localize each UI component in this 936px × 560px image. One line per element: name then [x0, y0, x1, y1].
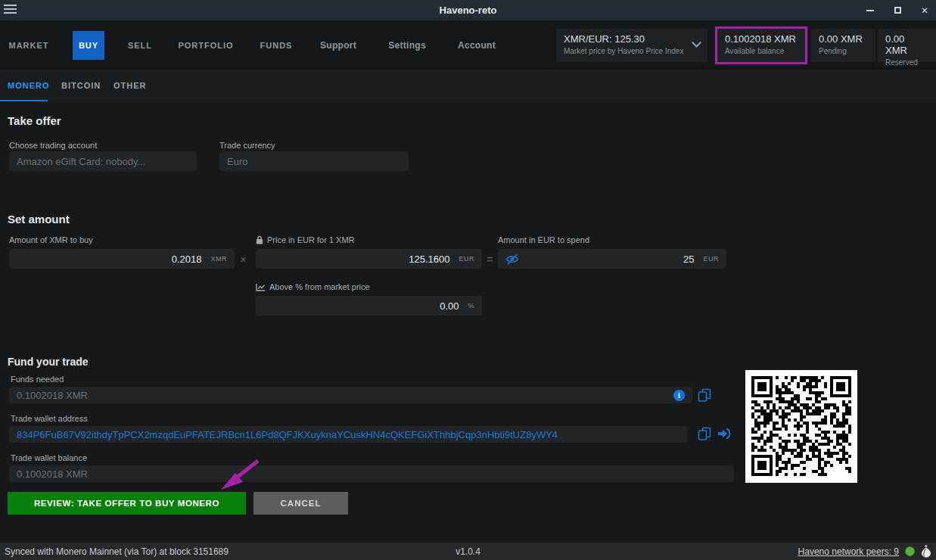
nav-item-settings[interactable]: Settings — [386, 20, 428, 70]
reserved-balance-value: 0.00 XMR — [885, 33, 928, 56]
market-price-source: Market price by Haveno Price Index — [564, 47, 700, 55]
trade-currency-value: Euro — [227, 156, 247, 167]
amount-label: Amount of XMR to buy — [9, 235, 93, 244]
available-balance-highlight: 0.1002018 XMR Available balance — [715, 26, 807, 64]
minimize-icon — [866, 10, 874, 11]
tab-other[interactable]: OTHER — [114, 70, 147, 101]
spend-label: Amount in EUR to spend — [498, 235, 589, 244]
currency-tabs: MONERO BITCOIN OTHER — [0, 70, 936, 101]
trading-account-select[interactable]: Amazon eGift Card: nobody... — [9, 151, 197, 171]
nav-item-funds[interactable]: FUNDS — [257, 20, 295, 70]
set-amount-heading: Set amount — [8, 213, 70, 226]
deviation-label: Above % from market price — [256, 282, 370, 291]
trend-icon — [256, 283, 266, 291]
funds-needed-field: 0.1002018 XMR i — [9, 387, 692, 403]
maximize-button[interactable] — [892, 5, 903, 16]
market-price-selector[interactable]: XMR/EUR: 125.30 Market price by Haveno P… — [556, 29, 707, 62]
available-balance-label: Available balance — [725, 47, 798, 55]
status-bar: Synced with Monero Mainnet (via Tor) at … — [0, 543, 936, 560]
deposit-icon[interactable] — [717, 428, 731, 440]
network-status-group: Haveno network peers: 9 — [798, 545, 931, 558]
nav-item-portfolio[interactable]: PORTFOLIO — [181, 20, 231, 70]
pending-balance-box: 0.00 XMR Pending — [811, 29, 875, 62]
tab-bitcoin[interactable]: BITCOIN — [61, 70, 101, 101]
pending-balance-label: Pending — [819, 47, 868, 55]
fund-trade-heading: Fund your trade — [8, 356, 89, 368]
haveno-app-window: Haveno-reto ✕ MARKET BUY SELL PORTFOLIO … — [0, 0, 936, 560]
eye-slash-icon[interactable] — [505, 254, 520, 265]
price-suffix: EUR — [459, 255, 474, 263]
onion-icon — [921, 545, 931, 558]
spend-input[interactable]: 25 EUR — [498, 249, 726, 269]
minimize-button[interactable] — [865, 5, 875, 16]
app-version: v1.0.4 — [0, 546, 936, 557]
reserved-balance-box: 0.00 XMR Reserved — [878, 29, 936, 62]
window-controls: ✕ — [865, 0, 930, 20]
deviation-suffix: % — [468, 302, 474, 310]
active-tab-underline — [0, 100, 48, 101]
trade-currency-label: Trade currency — [219, 141, 275, 150]
annotation-arrow-icon — [215, 456, 263, 495]
nav-item-sell[interactable]: SELL — [123, 20, 157, 70]
spend-suffix: EUR — [703, 255, 719, 263]
amount-value: 0.2018 — [172, 254, 202, 265]
cancel-button[interactable]: CANCEL — [253, 492, 348, 515]
main-nav: MARKET BUY SELL PORTFOLIO FUNDS Support … — [0, 20, 936, 70]
wallet-balance-field: 0.1002018 XMR — [9, 465, 734, 482]
multiply-operator: × — [240, 253, 247, 266]
deviation-value: 0.00 — [440, 300, 459, 312]
take-offer-heading: Take offer — [8, 114, 61, 127]
maximize-icon — [894, 7, 901, 14]
info-icon[interactable]: i — [673, 390, 685, 401]
nav-item-account[interactable]: Account — [456, 20, 497, 70]
deviation-input[interactable]: 0.00 % — [256, 296, 482, 316]
price-label: Price in EUR for 1 XMR — [256, 235, 355, 244]
wallet-address-field: 834P6FuB67V92ithdyTpPCX2mzqdEuPFATEJRBcn… — [9, 426, 687, 443]
funds-needed-label: Funds needed — [11, 375, 64, 384]
nav-item-support[interactable]: Support — [318, 20, 359, 70]
wallet-balance-label: Trade wallet balance — [11, 453, 87, 462]
available-balance-value: 0.1002018 XMR — [725, 33, 798, 45]
peer-status-icon — [905, 546, 915, 556]
price-value: 125.1600 — [409, 254, 449, 265]
copy-funds-icon[interactable] — [698, 388, 712, 403]
funds-needed-value: 0.1002018 XMR — [17, 390, 88, 401]
nav-item-buy[interactable]: BUY — [73, 31, 104, 60]
price-input[interactable]: 125.1600 EUR — [256, 249, 482, 269]
network-peers-link[interactable]: Haveno network peers: 9 — [798, 546, 899, 557]
review-take-offer-button[interactable]: REVIEW: TAKE OFFER TO BUY MONERO — [8, 492, 246, 515]
trade-currency-select[interactable]: Euro — [219, 151, 409, 171]
wallet-address-value: 834P6FuB67V92ithdyTpPCX2mzqdEuPFATEJRBcn… — [17, 429, 558, 440]
wallet-balance-value: 0.1002018 XMR — [17, 468, 88, 480]
market-price-pair: XMR/EUR: 125.30 — [564, 33, 700, 45]
pending-balance-value: 0.00 XMR — [819, 33, 868, 45]
trading-account-value: Amazon eGift Card: nobody... — [17, 156, 145, 167]
copy-address-icon[interactable] — [698, 427, 712, 441]
wallet-address-label: Trade wallet address — [11, 414, 88, 423]
available-balance-box: 0.1002018 XMR Available balance — [717, 29, 805, 62]
reserved-balance-label: Reserved — [885, 58, 928, 67]
amount-suffix: XMR — [211, 255, 228, 263]
amount-input[interactable]: 0.2018 XMR — [9, 249, 235, 269]
close-button[interactable]: ✕ — [919, 5, 930, 16]
title-bar: Haveno-reto ✕ — [0, 0, 936, 20]
qr-code — [745, 370, 857, 483]
tab-monero[interactable]: MONERO — [8, 70, 50, 101]
spend-value: 25 — [683, 254, 694, 265]
equals-operator: = — [487, 253, 493, 266]
lock-icon — [256, 235, 263, 244]
window-title: Haveno-reto — [0, 0, 936, 20]
nav-item-market[interactable]: MARKET — [8, 20, 50, 70]
trading-account-label: Choose trading account — [9, 141, 97, 150]
